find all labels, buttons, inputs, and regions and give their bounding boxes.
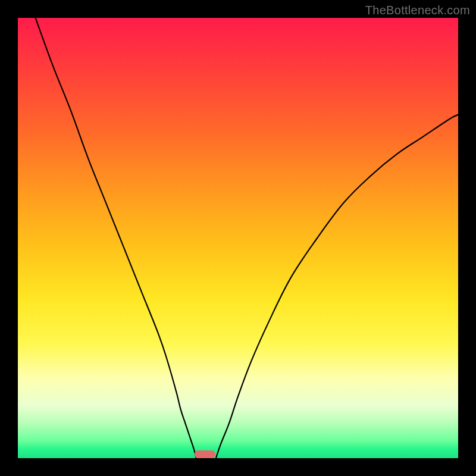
chart-container: TheBottleneck.com xyxy=(0,0,476,476)
right-branch-curve xyxy=(216,115,458,458)
watermark-text: TheBottleneck.com xyxy=(365,4,470,17)
plot-area xyxy=(18,18,458,458)
curves-svg xyxy=(18,18,458,458)
min-marker-pill xyxy=(195,450,215,458)
left-branch-curve xyxy=(36,18,196,458)
